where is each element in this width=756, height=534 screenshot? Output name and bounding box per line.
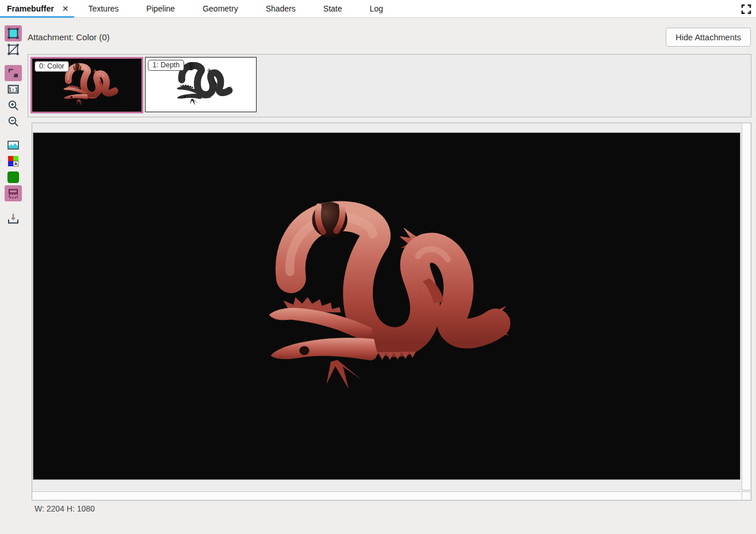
attachments-panel: 0: Color (28, 54, 751, 117)
zoom-out-icon (7, 115, 20, 128)
image-icon (7, 139, 20, 151)
horizontal-scrollbar[interactable] (32, 491, 742, 499)
color-swatch-icon (7, 171, 20, 184)
vertical-scrollbar[interactable] (742, 123, 750, 490)
svg-text:A: A (14, 161, 18, 166)
framebuffer-image[interactable] (33, 132, 740, 480)
fullscreen-icon[interactable] (741, 4, 751, 14)
rgba-channels-button[interactable]: A (5, 153, 22, 169)
download-icon (7, 212, 20, 225)
attachment-badge: 0: Color (35, 61, 69, 72)
scrollbar-corner (742, 491, 750, 499)
hide-attachments-button[interactable]: Hide Attachments (666, 28, 751, 47)
background-color-button[interactable] (5, 169, 22, 185)
save-image-button[interactable] (5, 211, 22, 227)
rgba-channels-icon: A (7, 155, 20, 167)
tab-shaders[interactable]: Shaders (252, 0, 310, 17)
zoom-out-button[interactable] (5, 113, 22, 129)
one-to-one-icon: 1:1 (7, 83, 20, 96)
transparent-texture-icon (7, 43, 20, 56)
framebuffer-viewport (32, 123, 751, 501)
zoom-in-button[interactable] (5, 97, 22, 113)
left-toolbar: 1:1 (0, 18, 26, 227)
attachment-thumbnail-color[interactable]: 0: Color (30, 57, 143, 113)
tab-pipeline[interactable]: Pipeline (132, 0, 189, 17)
attachment-badge: 1: Depth (148, 60, 184, 71)
fit-to-window-button[interactable] (5, 65, 22, 81)
tab-bar: Framebuffer ✕ Textures Pipeline Geometry… (0, 0, 756, 18)
attachment-thumbnail-depth[interactable]: 1: Depth (145, 57, 257, 112)
actual-size-button[interactable]: 1:1 (5, 81, 22, 97)
color-texture-icon (7, 27, 20, 40)
tab-geometry[interactable]: Geometry (189, 0, 251, 17)
close-tab-icon[interactable]: ✕ (62, 4, 69, 13)
svg-text:1:1: 1:1 (9, 87, 18, 93)
tab-state[interactable]: State (310, 0, 356, 17)
show-transparent-button[interactable] (5, 41, 22, 58)
rendered-dragon-model (235, 189, 511, 409)
tab-framebuffer-label: Framebuffer (7, 4, 54, 13)
flip-vertical-icon (7, 187, 20, 200)
zoom-in-icon (7, 99, 20, 112)
tab-log[interactable]: Log (356, 0, 397, 17)
tab-textures[interactable]: Textures (74, 0, 132, 17)
attachment-label: Attachment: Color (0) (28, 32, 110, 42)
tab-framebuffer[interactable]: Framebuffer ✕ (0, 0, 74, 17)
fit-to-window-icon (7, 67, 20, 79)
show-color-button[interactable] (5, 25, 22, 41)
flip-vertical-button[interactable] (5, 185, 22, 201)
view-image-button[interactable] (5, 137, 22, 153)
image-size-label: W: 2204 H: 1080 (35, 504, 95, 513)
